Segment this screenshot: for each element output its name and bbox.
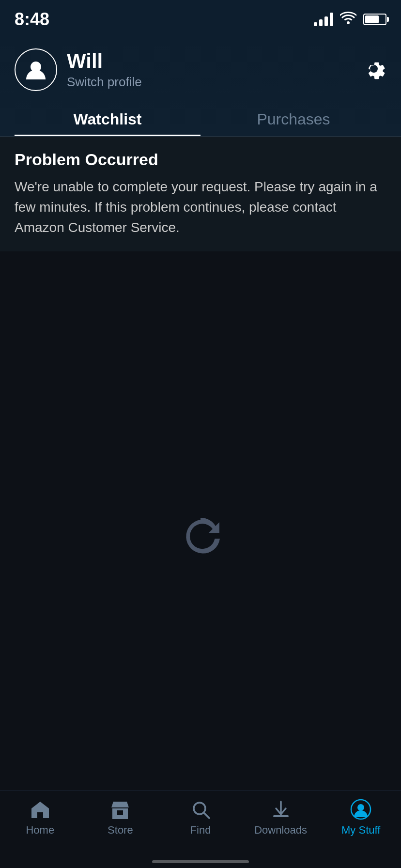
main-content [0, 251, 401, 820]
refresh-icon [176, 511, 225, 559]
nav-label-home: Home [26, 824, 54, 837]
nav-label-find: Find [190, 824, 211, 837]
nav-item-home[interactable]: Home [0, 799, 80, 837]
tabs: Watchlist Purchases [15, 103, 386, 136]
profile-name: Will [67, 50, 142, 72]
nav-item-find[interactable]: Find [160, 799, 241, 837]
mystuff-icon [350, 799, 371, 820]
svg-rect-3 [273, 815, 289, 817]
settings-button[interactable] [361, 56, 386, 83]
tab-purchases[interactable]: Purchases [200, 103, 386, 136]
status-time: 8:48 [15, 9, 49, 30]
home-indicator [152, 860, 249, 863]
home-icon [30, 799, 51, 820]
nav-label-mystuff: My Stuff [341, 824, 380, 837]
profile-left: Will Switch profile [15, 48, 142, 91]
error-banner: Problem Occurred We're unable to complet… [0, 137, 401, 251]
signal-bars-icon [314, 13, 333, 26]
status-bar: 8:48 [0, 0, 401, 39]
header: Will Switch profile Watchlist Purchases [0, 39, 401, 136]
svg-point-1 [194, 803, 205, 814]
bottom-nav: Home Store Find Downloads My Stuff [0, 790, 401, 868]
error-title: Problem Occurred [15, 150, 386, 169]
find-icon [190, 799, 211, 820]
svg-point-5 [357, 804, 364, 811]
nav-item-store[interactable]: Store [80, 799, 161, 837]
downloads-icon [270, 799, 292, 820]
status-icons [314, 12, 386, 28]
gear-icon [361, 56, 386, 81]
nav-label-downloads: Downloads [254, 824, 307, 837]
profile-info: Will Switch profile [67, 50, 142, 89]
nav-item-downloads[interactable]: Downloads [241, 799, 321, 837]
switch-profile-button[interactable]: Switch profile [67, 75, 142, 90]
nav-label-store: Store [108, 824, 133, 837]
profile-row: Will Switch profile [15, 48, 386, 91]
nav-item-mystuff[interactable]: My Stuff [321, 799, 401, 837]
svg-line-2 [204, 813, 209, 818]
wifi-icon [340, 12, 356, 28]
avatar-icon [23, 57, 48, 82]
store-icon [109, 799, 131, 820]
error-message: We're unable to complete your request. P… [15, 177, 386, 238]
avatar[interactable] [15, 48, 57, 91]
tab-watchlist[interactable]: Watchlist [15, 103, 200, 136]
refresh-button[interactable] [176, 511, 225, 561]
battery-icon [363, 14, 386, 25]
